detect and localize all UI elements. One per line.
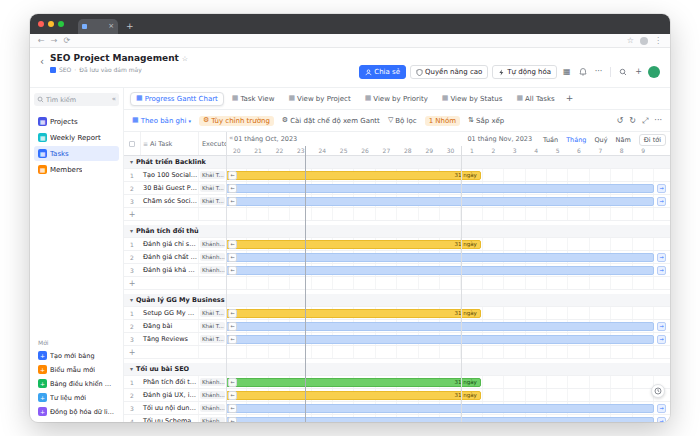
- overflow-left-icon[interactable]: ←: [228, 391, 237, 400]
- group-header-ph-t-tri-n-backlink[interactable]: ▾Phát triển Backlink: [124, 156, 670, 169]
- add-view-button[interactable]: +: [566, 94, 574, 103]
- collapse-pane-icon[interactable]: «: [229, 135, 233, 142]
- sidebar-item-members[interactable]: ▦Members: [34, 162, 119, 177]
- executor-cell[interactable]: Khánh...: [198, 415, 226, 422]
- browser-profile-avatar[interactable]: [640, 37, 648, 45]
- tab-view-by-status[interactable]: ▦View by Status: [436, 92, 509, 106]
- group-header-ph-n-t-ch-i-th[interactable]: ▾Phân tích đối thủ: [124, 225, 670, 238]
- zoom-th-ng[interactable]: Tháng: [563, 135, 589, 145]
- add-record-row[interactable]: +: [124, 208, 670, 221]
- more-actions-icon[interactable]: ···: [593, 68, 605, 76]
- executor-cell[interactable]: Khánh...: [198, 238, 226, 250]
- gantt-bar-yellow[interactable]: 31 ngày: [226, 309, 481, 318]
- back-icon[interactable]: ‹: [40, 57, 44, 67]
- overflow-right-icon[interactable]: →: [657, 322, 666, 331]
- timeline-cell[interactable]: 31 ngày←: [226, 376, 670, 388]
- zoom-qu[interactable]: Quý: [591, 135, 610, 145]
- select-all-cell[interactable]: [124, 132, 140, 155]
- tab-task-view[interactable]: ▦Task View: [226, 92, 281, 106]
- timeline-cell[interactable]: 31 ngày←: [226, 238, 670, 250]
- executor-cell[interactable]: Khải T...: [198, 169, 226, 181]
- gantt-bar-green[interactable]: 31 ngày: [226, 378, 481, 387]
- new-tab-button[interactable]: +: [126, 22, 134, 31]
- sidebar-item-projects[interactable]: ▦Projects: [34, 114, 119, 129]
- tab-close-icon[interactable]: ×: [108, 23, 114, 30]
- executor-cell[interactable]: Khải T...: [198, 195, 226, 207]
- redo-icon[interactable]: ↻: [629, 116, 636, 125]
- group-header-t-i-u-b-i-seo[interactable]: ▾Tối ưu bài SEO: [124, 363, 670, 376]
- timeline-cell[interactable]: ←→: [226, 251, 670, 263]
- sidebar-new-bi-u-m-u-m-i[interactable]: +Biểu mẫu mới: [34, 363, 119, 376]
- gantt-bar-blue[interactable]: [226, 253, 654, 262]
- overflow-left-icon[interactable]: ←: [228, 404, 237, 413]
- by-record-button[interactable]: ▦ Theo bản ghi ▾: [132, 117, 191, 125]
- task-name-cell[interactable]: Đánh giá chất lượng nộ...: [140, 251, 198, 263]
- group-header-qu-n-l-gg-my-business[interactable]: ▾Quản lý GG My Business: [124, 294, 670, 307]
- executor-cell[interactable]: Khải T...: [198, 333, 226, 345]
- automation-button[interactable]: Tự động hóa: [492, 65, 557, 79]
- executor-cell[interactable]: Khánh...: [198, 264, 226, 276]
- overflow-left-icon[interactable]: ←: [228, 417, 237, 422]
- gantt-bar-yellow[interactable]: 31 ngày: [226, 240, 481, 249]
- gantt-bar-yellow[interactable]: 31 ngày: [226, 171, 481, 180]
- zoom-tu-n[interactable]: Tuần: [540, 135, 561, 145]
- overflow-left-icon[interactable]: ←: [228, 171, 237, 180]
- gantt-settings-button[interactable]: ⚙ Cài đặt chế độ xem Gantt: [282, 117, 380, 125]
- task-name-cell[interactable]: Đánh giá chỉ số SEO Ô...: [140, 238, 198, 250]
- advanced-permissions-button[interactable]: Quyền nâng cao: [410, 65, 488, 79]
- timeline-cell[interactable]: ←→: [226, 182, 670, 194]
- executor-cell[interactable]: Khánh...: [198, 389, 226, 401]
- sidebar-new-t-li-u-m-i[interactable]: +Tư liệu mới: [34, 391, 119, 404]
- executor-cell[interactable]: Khải T...: [198, 307, 226, 319]
- forward-nav-icon[interactable]: →: [51, 37, 58, 45]
- apps-grid-icon[interactable]: ▦: [561, 68, 573, 76]
- favorite-star-icon[interactable]: ☆: [182, 55, 188, 63]
- task-name-cell[interactable]: Tăng Reviews: [140, 333, 198, 345]
- task-name-cell[interactable]: Setup GG My Business: [140, 307, 198, 319]
- user-avatar[interactable]: [648, 66, 660, 78]
- gantt-bar-blue[interactable]: [226, 266, 654, 275]
- overflow-right-icon[interactable]: →: [657, 335, 666, 344]
- task-name-cell[interactable]: Đánh giá khả năng cạnh...: [140, 264, 198, 276]
- notification-bell-icon[interactable]: [577, 68, 589, 76]
- sidebar-new-ng-b-h-a-d-li-u-t[interactable]: +Đồng bộ hóa dữ liệu từ: [34, 405, 119, 418]
- executor-column-header[interactable]: Executor: [198, 132, 226, 155]
- zoom-n-m[interactable]: Năm: [613, 135, 634, 145]
- overflow-left-icon[interactable]: ←: [228, 253, 237, 262]
- overflow-right-icon[interactable]: →: [657, 417, 666, 422]
- tab-all-tasks[interactable]: ▦All Tasks: [510, 92, 560, 106]
- overflow-right-icon[interactable]: →: [657, 197, 666, 206]
- overflow-left-icon[interactable]: ←: [228, 266, 237, 275]
- sidebar-search[interactable]: «: [34, 93, 119, 106]
- timeline-cell[interactable]: 31 ngày←: [226, 307, 670, 319]
- sidebar-item-tasks[interactable]: ▦Tasks: [34, 146, 119, 161]
- gantt-bar-blue[interactable]: [226, 417, 654, 422]
- overflow-right-icon[interactable]: →: [657, 266, 666, 275]
- overflow-right-icon[interactable]: →: [657, 404, 666, 413]
- executor-cell[interactable]: Khánh...: [198, 251, 226, 263]
- back-nav-icon[interactable]: ←: [38, 37, 45, 45]
- group-button[interactable]: 1 Nhóm: [425, 116, 460, 126]
- timeline-cell[interactable]: ←→: [226, 333, 670, 345]
- add-icon[interactable]: +: [633, 68, 644, 76]
- sidebar-search-input[interactable]: [46, 96, 94, 104]
- task-name-cell[interactable]: Tối ưu Schema: [140, 415, 198, 422]
- undo-icon[interactable]: ↺: [617, 116, 624, 125]
- minimize-window-button[interactable]: [48, 21, 54, 27]
- overflow-right-icon[interactable]: →: [657, 184, 666, 193]
- toolbar-more-icon[interactable]: ···: [654, 116, 662, 125]
- search-icon[interactable]: [617, 68, 629, 76]
- task-name-cell[interactable]: 30 Bài Guest Post xung...: [140, 182, 198, 194]
- executor-cell[interactable]: Khánh...: [198, 376, 226, 388]
- overflow-left-icon[interactable]: ←: [228, 322, 237, 331]
- pane-divider[interactable]: [226, 132, 227, 422]
- bookmark-star-icon[interactable]: ☆: [627, 37, 634, 45]
- sidebar-new-b-ng-i-u-khi-n-m-i[interactable]: +Bảng điều khiển mới: [34, 377, 119, 390]
- browser-tab[interactable]: ×: [78, 19, 118, 34]
- task-column-header[interactable]: ≡ Ai Task: [140, 132, 198, 155]
- timeline-cell[interactable]: 31 ngày←: [226, 169, 670, 181]
- close-window-button[interactable]: [38, 21, 44, 27]
- executor-cell[interactable]: Khải T...: [198, 320, 226, 332]
- overflow-left-icon[interactable]: ←: [228, 378, 237, 387]
- gantt-bar-yellow[interactable]: 31 ngày: [226, 391, 481, 400]
